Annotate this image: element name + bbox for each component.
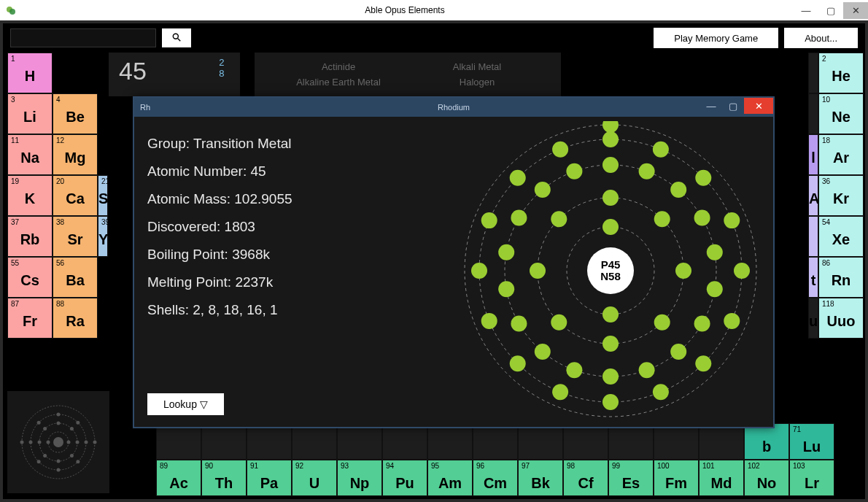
memory-game-button[interactable]: Play Memory Game bbox=[654, 28, 778, 48]
element-cell-Fm[interactable]: 100Fm bbox=[654, 460, 699, 496]
element-cell-Li[interactable]: 3Li bbox=[7, 93, 53, 134]
element-cell-blank[interactable] bbox=[247, 423, 292, 460]
element-cell-blank[interactable] bbox=[156, 423, 201, 460]
app-icon bbox=[6, 5, 16, 15]
element-cell-Sr[interactable]: 38Sr bbox=[53, 216, 98, 257]
element-cell-blank[interactable] bbox=[201, 423, 247, 460]
window-minimize-button[interactable]: — bbox=[794, 2, 818, 19]
element-cell-l[interactable]: l bbox=[808, 134, 818, 175]
element-cell-us[interactable]: us bbox=[808, 298, 818, 339]
electron-icon bbox=[535, 182, 551, 198]
element-cell-Ca[interactable]: 20Ca bbox=[53, 175, 98, 216]
element-cell-blank[interactable] bbox=[473, 423, 518, 460]
element-cell-b[interactable]: b bbox=[744, 423, 789, 460]
window-close-button[interactable]: ✕ bbox=[843, 2, 868, 19]
element-cell-Ne[interactable]: 10Ne bbox=[818, 93, 864, 134]
element-cell-blank[interactable] bbox=[808, 216, 818, 257]
element-cell-Md[interactable]: 101Md bbox=[699, 460, 744, 496]
element-cell-U[interactable]: 92U bbox=[292, 460, 337, 496]
element-cell-Na[interactable]: 11Na bbox=[7, 134, 53, 175]
atom-thumbnail[interactable] bbox=[7, 391, 109, 493]
nucleus-neutrons: N58 bbox=[600, 270, 621, 282]
search-button[interactable] bbox=[162, 28, 191, 47]
dialog-close-button[interactable]: ✕ bbox=[744, 98, 773, 114]
element-cell-Rb[interactable]: 37Rb bbox=[7, 216, 53, 257]
element-cell-Cs[interactable]: 55Cs bbox=[7, 257, 53, 298]
element-cell-S[interactable]: 21S bbox=[98, 175, 108, 216]
svg-point-12 bbox=[57, 460, 61, 463]
element-cell-Rn[interactable]: 86Rn bbox=[818, 257, 864, 298]
element-cell-Xe[interactable]: 54Xe bbox=[818, 216, 864, 257]
electron-icon bbox=[602, 190, 619, 206]
element-cell-No[interactable]: 102No bbox=[744, 460, 789, 496]
element-cell-Ba[interactable]: 56Ba bbox=[53, 257, 98, 298]
element-cell-Al[interactable]: Al bbox=[808, 175, 818, 216]
element-cell-Uuo[interactable]: 118Uuo bbox=[818, 298, 864, 339]
element-cell-Es[interactable]: 99Es bbox=[608, 460, 654, 496]
element-cell-Pa[interactable]: 91Pa bbox=[247, 460, 292, 496]
electron-icon bbox=[694, 316, 710, 332]
element-number: 92 bbox=[295, 462, 303, 470]
svg-point-20 bbox=[57, 468, 61, 472]
element-property: Discovered: 1803 bbox=[147, 213, 292, 241]
element-cell-Np[interactable]: 93Np bbox=[337, 460, 382, 496]
element-cell-Pu[interactable]: 94Pu bbox=[382, 460, 427, 496]
element-cell-Fr[interactable]: 87Fr bbox=[7, 298, 53, 339]
category-label[interactable]: Halogen bbox=[408, 77, 546, 88]
lookup-button[interactable]: Lookup ▽ bbox=[147, 393, 224, 415]
element-cell-Cm[interactable]: 96Cm bbox=[473, 460, 518, 496]
element-cell-Bk[interactable]: 97Bk bbox=[518, 460, 563, 496]
element-cell-blank[interactable] bbox=[518, 423, 563, 460]
element-cell-H[interactable]: 1H bbox=[7, 53, 53, 93]
element-cell-Be[interactable]: 4Be bbox=[53, 93, 98, 134]
element-number: 4 bbox=[56, 96, 61, 104]
category-label[interactable]: Actinide bbox=[269, 61, 408, 72]
dialog-titlebar[interactable]: Rh Rhodium — ▢ ✕ bbox=[134, 98, 773, 117]
periodic-table-left: 1H3Li11Na19K37Rb55Cs87Fr 4Be12Mg20Ca38Sr… bbox=[7, 53, 108, 339]
electron-icon bbox=[481, 313, 497, 329]
element-cell-Mg[interactable]: 12Mg bbox=[53, 134, 98, 175]
svg-point-23 bbox=[37, 421, 41, 425]
svg-point-15 bbox=[43, 427, 47, 430]
category-label[interactable]: Alkaline Earth Metal bbox=[269, 77, 408, 88]
element-cell-Ac[interactable]: 89Ac bbox=[156, 460, 201, 496]
element-cell-blank[interactable] bbox=[337, 423, 382, 460]
element-cell-blank[interactable] bbox=[654, 423, 699, 460]
element-cell-Lr[interactable]: 103Lr bbox=[789, 460, 834, 496]
element-cell-Th[interactable]: 90Th bbox=[201, 460, 247, 496]
element-cell-He[interactable]: 2He bbox=[818, 53, 864, 93]
element-cell-blank[interactable] bbox=[699, 423, 744, 460]
element-property: Shells: 2, 8, 18, 16, 1 bbox=[147, 296, 292, 324]
search-input[interactable] bbox=[10, 28, 156, 47]
electron-icon bbox=[530, 263, 546, 279]
dialog-maximize-button[interactable]: ▢ bbox=[722, 98, 744, 114]
dialog-minimize-button[interactable]: — bbox=[700, 98, 722, 114]
element-cell-Ra[interactable]: 88Ra bbox=[53, 298, 98, 339]
category-label[interactable]: Alkali Metal bbox=[408, 61, 546, 72]
element-cell-Am[interactable]: 95Am bbox=[427, 460, 473, 496]
element-cell-Kr[interactable]: 36Kr bbox=[818, 175, 864, 216]
element-number: 102 bbox=[748, 462, 760, 470]
shell-count-1: 2 bbox=[195, 57, 224, 68]
window-maximize-button[interactable]: ▢ bbox=[818, 2, 843, 19]
element-cell-blank[interactable] bbox=[808, 93, 818, 134]
element-properties: Group: Transition MetalAtomic Number: 45… bbox=[147, 130, 292, 324]
element-cell-blank[interactable] bbox=[292, 423, 337, 460]
element-cell-Lu[interactable]: 71Lu bbox=[789, 423, 834, 460]
element-cell-K[interactable]: 19K bbox=[7, 175, 53, 216]
about-button[interactable]: About... bbox=[784, 28, 858, 48]
element-cell-blank[interactable] bbox=[382, 423, 427, 460]
element-number: 101 bbox=[702, 462, 715, 470]
element-cell-blank[interactable] bbox=[808, 53, 818, 93]
element-cell-Ar[interactable]: 18Ar bbox=[818, 134, 864, 175]
element-cell-blank[interactable] bbox=[608, 423, 654, 460]
element-cell-t[interactable]: t bbox=[808, 257, 818, 298]
element-cell-blank[interactable] bbox=[427, 423, 473, 460]
element-cell-blank[interactable] bbox=[563, 423, 608, 460]
element-cell-Y[interactable]: 39Y bbox=[98, 216, 108, 257]
element-symbol: Kr bbox=[819, 190, 863, 207]
electron-icon bbox=[734, 263, 750, 279]
svg-line-3 bbox=[178, 38, 181, 41]
element-cell-Cf[interactable]: 98Cf bbox=[563, 460, 608, 496]
svg-point-11 bbox=[70, 454, 74, 457]
